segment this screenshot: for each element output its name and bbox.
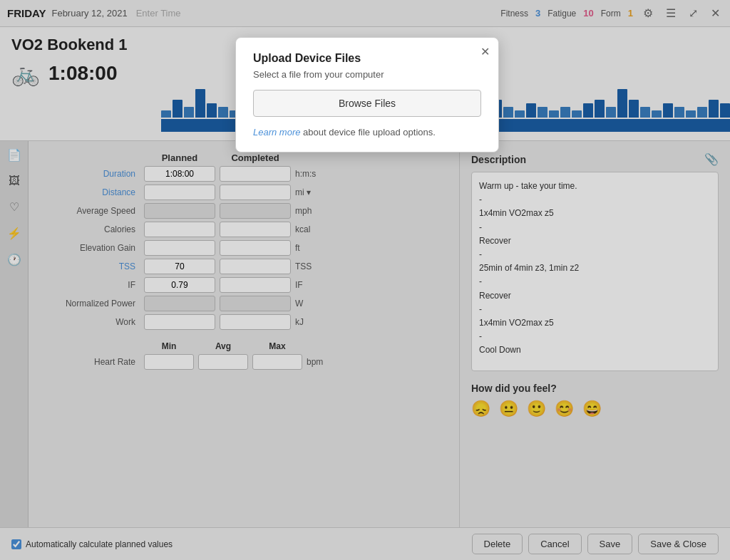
norm-power-planned-input <box>144 296 215 311</box>
top-bar-right: Fitness 3 Fatigue 10 Form 1 ⚙ ☰ ⤢ ✕ <box>500 5 723 21</box>
if-label: IF <box>40 280 140 290</box>
auto-calculate-checkbox[interactable] <box>11 539 21 549</box>
modal-close-button[interactable]: ✕ <box>480 45 490 58</box>
very-sad-icon[interactable]: 😞 <box>471 400 490 418</box>
menu-icon[interactable]: ☰ <box>663 5 679 21</box>
chart-bar <box>606 107 616 118</box>
right-panel: Description 📎 Warm up - take your time. … <box>459 141 730 527</box>
chart-bar <box>663 103 673 118</box>
work-unit: kJ <box>295 317 338 327</box>
very-happy-icon[interactable]: 😄 <box>582 400 602 418</box>
modal-subtitle: Select a file from your computer <box>253 69 481 80</box>
hr-avg-input[interactable] <box>198 354 248 370</box>
main-content: 📄 🖼 ♡ ⚡ 🕐 Planned Completed Duration h:m… <box>0 141 730 527</box>
modal-learn-text: Learn more about device file upload opti… <box>253 127 481 138</box>
top-bar: FRIDAY February 12, 2021 Enter Time Fitn… <box>0 0 730 27</box>
paperclip-icon[interactable]: 📎 <box>704 152 719 166</box>
form-grid: Planned Completed Duration h:m:s Distanc… <box>40 152 448 330</box>
close-icon[interactable]: ✕ <box>708 5 723 21</box>
chart-bar <box>218 107 228 118</box>
chart-bar <box>720 103 730 118</box>
neutral-icon[interactable]: 🙂 <box>527 400 546 418</box>
tss-planned-input[interactable] <box>144 259 215 274</box>
save-button[interactable]: Save <box>587 534 633 554</box>
chart-bar <box>173 100 182 118</box>
distance-completed-input[interactable] <box>220 185 291 200</box>
learn-more-link[interactable]: Learn more <box>253 127 300 138</box>
if-planned-input[interactable] <box>144 277 215 293</box>
chart-bar <box>629 100 639 118</box>
form-label: Form <box>601 9 621 19</box>
chart-bar <box>503 107 513 118</box>
chart-bar <box>640 107 650 118</box>
work-planned-input[interactable] <box>144 314 215 330</box>
bike-icon: 🚲 <box>11 60 40 87</box>
avg-speed-label: Average Speed <box>40 206 140 216</box>
avg-speed-completed-input <box>220 203 291 219</box>
duration-planned-input[interactable] <box>144 166 215 182</box>
chart-bar <box>697 107 707 118</box>
chart-bar <box>161 110 171 118</box>
distance-label: Distance <box>40 187 140 197</box>
max-header: Max <box>252 341 302 351</box>
clock-icon[interactable]: 🕐 <box>7 253 21 266</box>
chart-bar <box>674 107 684 118</box>
sad-icon[interactable]: 😐 <box>499 400 518 418</box>
hr-min-input[interactable] <box>144 354 194 370</box>
feel-icons: 😞 😐 🙂 😊 😄 <box>471 400 719 418</box>
chart-bar <box>549 110 559 118</box>
calories-completed-input[interactable] <box>220 222 291 237</box>
hr-unit: bpm <box>307 357 349 367</box>
chart-bar <box>617 89 627 118</box>
description-box[interactable]: Warm up - take your time. - 1x4min VO2ma… <box>471 172 719 371</box>
photo-icon[interactable]: 🖼 <box>9 175 20 187</box>
time-input[interactable]: Enter Time <box>136 8 181 19</box>
chart-bar <box>595 100 605 118</box>
resize-icon[interactable]: ⤢ <box>686 5 701 21</box>
feel-header: How did you feel? <box>471 383 719 394</box>
chart-bar <box>184 107 194 118</box>
norm-power-label: Normalized Power <box>40 299 140 308</box>
if-unit: IF <box>295 280 338 290</box>
elevation-planned-input[interactable] <box>144 240 215 256</box>
chart-bar <box>538 107 548 118</box>
delete-button[interactable]: Delete <box>472 534 523 554</box>
chart-bar <box>572 110 582 118</box>
heart-icon[interactable]: ♡ <box>9 200 19 214</box>
avg-speed-unit: mph <box>295 206 338 216</box>
work-completed-input[interactable] <box>220 314 291 330</box>
hr-max-input[interactable] <box>252 354 302 370</box>
lightning-icon[interactable]: ⚡ <box>7 227 21 240</box>
chart-bar <box>560 107 570 118</box>
tss-label: TSS <box>40 261 140 271</box>
fatigue-value: 10 <box>583 8 593 19</box>
auto-calculate-label[interactable]: Automatically calculate planned values <box>11 539 466 549</box>
duration-completed-input[interactable] <box>220 166 291 182</box>
avg-speed-planned-input <box>144 203 215 219</box>
calories-planned-input[interactable] <box>144 222 215 237</box>
chart-bar <box>515 110 525 118</box>
form-value: 1 <box>628 8 633 19</box>
cancel-button[interactable]: Cancel <box>528 534 581 554</box>
calories-label: Calories <box>40 224 140 234</box>
left-sidebar: 📄 🖼 ♡ ⚡ 🕐 <box>0 141 29 527</box>
fitness-label: Fitness <box>500 9 528 19</box>
work-label: Work <box>40 317 140 327</box>
save-close-button[interactable]: Save & Close <box>638 534 719 554</box>
browse-files-button[interactable]: Browse Files <box>253 90 481 117</box>
norm-power-unit: W <box>295 299 338 308</box>
chart-bar <box>709 100 719 118</box>
form-area: Planned Completed Duration h:m:s Distanc… <box>29 141 459 527</box>
fitness-value: 3 <box>535 8 540 19</box>
if-completed-input[interactable] <box>220 277 291 293</box>
gear-icon[interactable]: ⚙ <box>640 5 656 21</box>
elevation-completed-input[interactable] <box>220 240 291 256</box>
upload-modal: ✕ Upload Device Files Select a file from… <box>235 37 499 152</box>
tss-completed-input[interactable] <box>220 259 291 274</box>
planned-header: Planned <box>144 152 215 163</box>
happy-icon[interactable]: 😊 <box>555 400 574 418</box>
document-icon[interactable]: 📄 <box>7 148 21 162</box>
chart-bar <box>583 103 593 118</box>
distance-planned-input[interactable] <box>144 185 215 200</box>
day-label: FRIDAY <box>7 7 46 19</box>
